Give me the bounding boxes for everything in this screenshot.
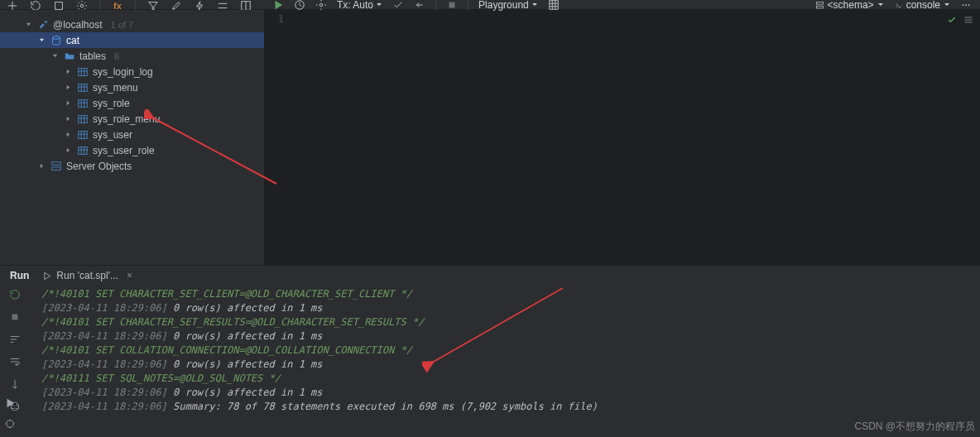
tables-folder-label: tables	[79, 50, 106, 62]
table-icon	[76, 145, 89, 156]
chevron-right-icon[interactable]	[63, 84, 73, 91]
table-label: sys_login_log	[93, 66, 153, 78]
svg-point-23	[7, 420, 14, 428]
run-panel: Run Run 'cat.spl'... × /*!40101 SET CHAR…	[0, 265, 980, 437]
server-objects-icon	[50, 161, 63, 172]
rerun-icon[interactable]	[9, 289, 21, 303]
chevron-down-icon[interactable]	[23, 21, 33, 28]
rollback-icon[interactable]	[414, 0, 425, 11]
tree-database-node[interactable]: cat	[0, 32, 264, 48]
play-tool-icon[interactable]	[4, 397, 16, 411]
filter-output-icon[interactable]	[9, 334, 21, 348]
tree-table-node[interactable]: sys_role_menu	[0, 111, 264, 127]
tx-mode-selector[interactable]: Tx: Auto	[337, 0, 382, 11]
table-label: sys_user_role	[93, 145, 155, 156]
table-label: sys_role	[93, 98, 130, 109]
svg-rect-16	[816, 2, 823, 4]
connection-icon	[36, 19, 50, 31]
left-tool-strip	[0, 397, 20, 437]
tables-count: 6	[114, 51, 119, 61]
run-icon[interactable]	[272, 0, 284, 11]
database-tree-sidebar: @localhost 1 of 7 cat tables 6 sys_login…	[0, 10, 264, 265]
svg-point-3	[53, 36, 60, 39]
tree-table-node[interactable]: sys_user_role	[0, 142, 264, 158]
close-icon[interactable]: ×	[127, 270, 132, 281]
toolbar-divider	[468, 0, 468, 11]
chevron-right-icon[interactable]	[63, 99, 73, 107]
tree-table-node[interactable]: sys_login_log	[0, 64, 264, 79]
chevron-right-icon[interactable]	[63, 68, 73, 75]
stop-square-icon[interactable]	[446, 0, 458, 11]
code-area[interactable]	[289, 10, 980, 265]
playground-selector[interactable]: Playground	[478, 0, 538, 11]
svg-point-20	[968, 4, 970, 6]
console-output[interactable]: /*!40101 SET CHARACTER_SET_CLIENT=@OLD_C…	[30, 286, 980, 437]
stop-icon[interactable]	[9, 311, 21, 325]
svg-rect-5	[79, 84, 88, 91]
database-label: cat	[66, 35, 79, 46]
tree-table-node[interactable]: sys_user	[0, 127, 264, 142]
commit-icon[interactable]	[392, 0, 404, 11]
inspections-icon[interactable]	[963, 15, 973, 27]
table-label: sys_user	[93, 129, 132, 141]
svg-rect-17	[816, 6, 823, 8]
host-label: @localhost	[53, 19, 103, 31]
chevron-right-icon[interactable]	[63, 131, 73, 138]
database-icon	[50, 35, 63, 46]
line-number: 1	[264, 13, 284, 25]
svg-point-18	[963, 4, 964, 6]
svg-rect-8	[79, 131, 88, 138]
folder-icon	[63, 50, 76, 62]
svg-rect-15	[550, 1, 559, 10]
status-ok-icon	[947, 15, 957, 27]
svg-rect-9	[79, 146, 88, 154]
run-small-icon	[42, 271, 51, 281]
svg-rect-21	[12, 315, 18, 320]
more-icon[interactable]	[960, 0, 972, 11]
clock-icon[interactable]	[294, 0, 305, 11]
svg-rect-6	[79, 99, 88, 107]
chevron-down-icon[interactable]	[50, 52, 60, 60]
chevron-right-icon[interactable]	[63, 146, 73, 154]
server-objects-label: Server Objects	[66, 161, 132, 172]
table-icon	[76, 66, 89, 78]
gear-icon[interactable]	[315, 0, 327, 11]
chevron-down-icon[interactable]	[36, 36, 46, 44]
watermark: CSDN @不想努力的程序员	[854, 420, 975, 434]
tree-host-node[interactable]: @localhost 1 of 7	[0, 17, 264, 32]
table-icon	[76, 113, 89, 125]
svg-rect-7	[79, 115, 88, 122]
scroll-icon[interactable]	[9, 378, 21, 392]
svg-rect-10	[52, 161, 61, 165]
svg-point-13	[319, 3, 323, 7]
svg-rect-0	[55, 2, 63, 10]
grid-icon[interactable]	[548, 0, 560, 11]
run-tab[interactable]: Run	[10, 270, 29, 281]
svg-rect-14	[449, 2, 455, 8]
tree-server-objects[interactable]: Server Objects	[0, 158, 264, 174]
svg-rect-11	[52, 166, 61, 170]
chevron-right-icon[interactable]	[63, 115, 73, 122]
tree-table-node[interactable]: sys_role	[0, 95, 264, 111]
table-icon	[76, 129, 89, 141]
toolbar-divider	[435, 0, 436, 11]
table-icon	[76, 82, 89, 94]
debug-tool-icon[interactable]	[4, 418, 16, 432]
schema-selector[interactable]: <schema>	[815, 0, 884, 11]
tree-table-node[interactable]: sys_menu	[0, 79, 264, 95]
svg-rect-4	[79, 68, 88, 75]
editor-gutter: 1	[264, 10, 289, 265]
svg-point-19	[965, 4, 967, 6]
table-icon	[76, 98, 89, 109]
tree-tables-folder[interactable]: tables 6	[0, 48, 264, 64]
soft-wrap-icon[interactable]	[9, 356, 21, 370]
sql-editor[interactable]: Tx: Auto Playground <schema> console 1	[264, 10, 980, 265]
table-label: sys_role_menu	[93, 113, 160, 125]
svg-point-1	[80, 4, 84, 7]
console-selector[interactable]: console	[894, 0, 950, 11]
host-meta: 1 of 7	[111, 20, 134, 30]
table-label: sys_menu	[93, 82, 138, 94]
chevron-right-icon[interactable]	[36, 162, 46, 170]
run-config-tab[interactable]: Run 'cat.spl'... ×	[42, 270, 132, 281]
